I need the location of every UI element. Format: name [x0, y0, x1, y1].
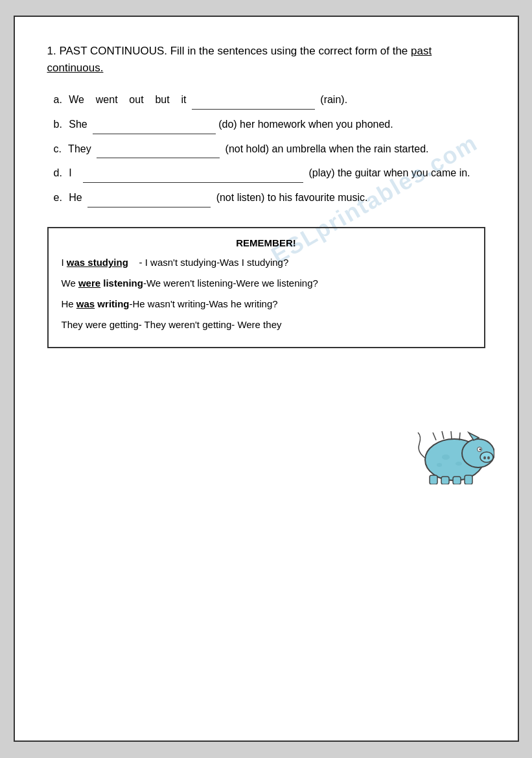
remember-row-1: I was studying - I wasn't studying-Was I…	[62, 255, 471, 270]
exercise-label-a: a.	[54, 94, 62, 105]
exercise-c: c. They (not hold) an umbrella when the …	[54, 139, 485, 159]
exercise-d: d. I (play) the guitar when you came in.	[54, 163, 485, 183]
svg-point-16	[442, 455, 450, 460]
worksheet-page: ESLprintables.com	[14, 16, 519, 742]
remember-row-2: We were listening-We weren't listening-W…	[62, 276, 471, 291]
pig-illustration	[410, 426, 494, 488]
svg-rect-14	[453, 477, 461, 484]
remember-box: REMEMBER! I was studying - I wasn't stud…	[47, 227, 485, 348]
exercise-label-e: e.	[54, 192, 62, 203]
blank-b[interactable]	[93, 115, 216, 134]
exercise-b: b. She (do) her homework when you phoned…	[54, 115, 485, 134]
section-number: 1.	[47, 45, 56, 57]
blank-e[interactable]	[87, 188, 211, 207]
svg-line-9	[442, 431, 444, 439]
svg-point-3	[483, 456, 486, 460]
svg-rect-15	[465, 475, 472, 484]
svg-rect-12	[430, 475, 437, 484]
exercise-a: a. We went out but it (rain).	[54, 90, 485, 110]
exercises-container: a. We went out but it (rain). b. She (do…	[47, 90, 485, 207]
exercise-label-c: c.	[54, 143, 62, 154]
svg-line-11	[459, 432, 460, 440]
remember-underline-2: were	[78, 278, 100, 289]
remember-underline-3: was	[76, 298, 95, 309]
section-title: 1. PAST CONTINUOUS. Fill in the sentence…	[47, 43, 485, 76]
remember-row-4: They were getting- They weren't getting-…	[62, 317, 471, 333]
blank-a[interactable]	[192, 90, 315, 110]
svg-line-8	[433, 432, 436, 440]
section-instruction: PAST CONTINUOUS. Fill in the sentences u…	[59, 45, 411, 57]
svg-point-4	[487, 456, 490, 460]
exercise-label-b: b.	[54, 119, 62, 130]
svg-point-18	[437, 463, 442, 467]
svg-point-17	[456, 462, 462, 466]
exercise-label-d: d.	[54, 167, 62, 178]
svg-point-2	[480, 452, 493, 462]
svg-point-6	[479, 449, 481, 451]
remember-title: REMEMBER!	[62, 237, 471, 248]
exercise-e: e. He (not listen) to his favourite musi…	[54, 188, 485, 207]
blank-c[interactable]	[97, 139, 220, 159]
svg-rect-13	[441, 477, 449, 484]
remember-row-3: He was writing-He wasn't writing-Was he …	[62, 296, 471, 312]
blank-d[interactable]	[83, 163, 303, 183]
remember-underline-1: was studying	[67, 257, 128, 268]
svg-line-10	[451, 431, 452, 439]
